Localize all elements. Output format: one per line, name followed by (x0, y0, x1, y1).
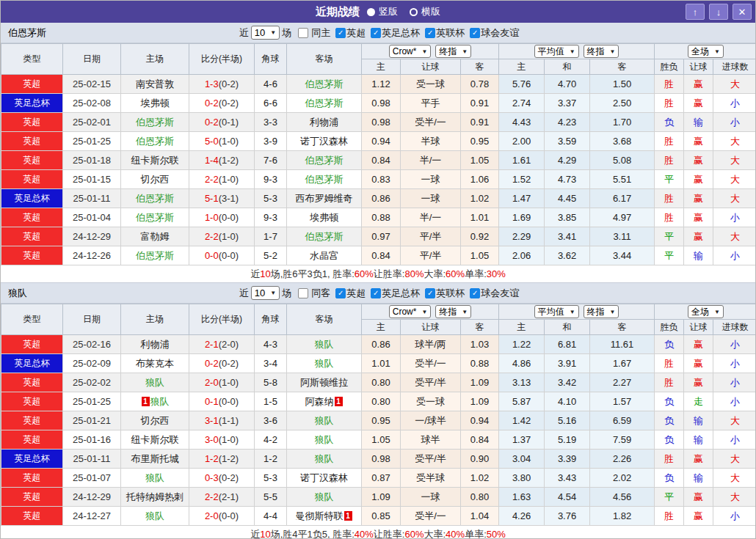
match-date: 25-02-15 (63, 75, 121, 94)
up-button[interactable]: ↑ (686, 4, 705, 20)
home-team-name: 利物浦 (141, 339, 170, 350)
result-group-header: 全场▼ (655, 44, 756, 59)
halftime-score: (0-0) (219, 250, 239, 261)
score-cell: 0-2(0-2) (189, 354, 255, 373)
result-handicap: 赢 (684, 94, 713, 113)
score-cell: 2-0(0-0) (189, 507, 255, 526)
odds-source-select[interactable]: Crow*▼ (389, 45, 432, 58)
scope-select[interactable]: 全场▼ (688, 45, 724, 58)
league-checkbox[interactable]: ✓ (371, 288, 381, 298)
radio-unselected-icon (410, 8, 418, 16)
avg-time-select[interactable]: 终指▼ (584, 45, 619, 58)
match-row: 英超25-02-01伯恩茅斯0-2(0-1)3-3利物浦0.98受半/一0.91… (1, 113, 756, 132)
home-team-cell: 埃弗顿 (121, 94, 189, 113)
result-goals: 大 (713, 170, 756, 189)
league-checkbox[interactable]: ✓ (335, 288, 346, 298)
chevron-down-icon: ▼ (421, 48, 427, 55)
chevron-down-icon: ▼ (421, 309, 427, 315)
summary-text: 30% (487, 268, 506, 279)
up-icon: ↑ (693, 7, 698, 17)
odds-time-select[interactable]: 终指▼ (435, 305, 471, 318)
league-filter-item: ✓英联杯 (425, 287, 465, 300)
away-team-name: 狼队 (315, 453, 334, 464)
radio-selected-icon (367, 8, 375, 16)
avg-home: 1.22 (499, 335, 545, 354)
chevron-down-icon: ▼ (714, 309, 720, 315)
match-count-select[interactable]: 10 ▼ (251, 26, 280, 40)
down-button[interactable]: ↓ (709, 4, 728, 20)
result-outcome: 负 (655, 430, 684, 450)
away-team-cell: 诺丁汉森林 (287, 469, 362, 488)
halftime-score: (0-1) (219, 117, 239, 128)
league-checkbox[interactable]: ✓ (425, 28, 435, 38)
result-goals: 大 (713, 132, 756, 151)
league-label: 英足总杯 (382, 287, 420, 300)
avg-time-select[interactable]: 终指▼ (584, 305, 619, 318)
result-outcome: 负 (655, 469, 684, 488)
col-corner: 角球 (255, 44, 287, 75)
odds-time-select[interactable]: 终指▼ (435, 45, 471, 58)
league-filter-item: ✓球会友谊 (470, 26, 519, 40)
match-row: 英足总杯25-02-09布莱克本0-2(0-2)3-4狼队1.01受半/一0.8… (1, 354, 756, 373)
odds-away: 0.91 (461, 94, 499, 113)
avg-away: 1.50 (590, 75, 655, 94)
odds-home: 0.84 (362, 151, 401, 170)
corner-score: 5-3 (255, 189, 287, 208)
col-res-goals: 进球数 (713, 59, 756, 75)
radio-horizontal[interactable]: 横版 (410, 5, 440, 18)
league-checkbox[interactable]: ✓ (335, 28, 346, 38)
match-date: 25-01-07 (63, 469, 121, 488)
same-venue-checkbox[interactable] (298, 28, 308, 38)
odds-handicap: 半/一 (401, 208, 461, 227)
window-title: 近期战绩 (316, 5, 360, 19)
avg-away: 2.50 (590, 94, 655, 113)
same-venue-checkbox[interactable] (298, 288, 308, 298)
league-checkbox[interactable]: ✓ (470, 288, 480, 298)
corner-score: 4-3 (255, 335, 287, 354)
halftime-score: (1-0) (219, 174, 239, 185)
away-team-name: 埃弗顿 (310, 212, 338, 223)
home-team-cell: 1狼队 (121, 392, 189, 411)
league-checkbox[interactable]: ✓ (425, 288, 435, 298)
avg-home: 4.86 (499, 354, 545, 373)
result-goals: 大 (713, 227, 756, 246)
close-button[interactable]: ✕ (733, 4, 752, 20)
result-goals: 小 (713, 94, 756, 113)
scope-select[interactable]: 全场▼ (688, 305, 724, 318)
match-count-select[interactable]: 10 ▼ (251, 286, 280, 300)
avg-home: 2.06 (499, 246, 545, 265)
summary-text: 单率: (465, 268, 487, 281)
odds-away: 0.92 (461, 227, 499, 246)
corner-score: 3-6 (255, 411, 287, 430)
fulltime-score: 0-3 (205, 472, 219, 483)
home-team-cell: 伯恩茅斯 (121, 246, 189, 265)
fulltime-score: 2-0 (205, 510, 219, 521)
summary-text: 让胜率: (374, 528, 405, 539)
corner-score: 5-5 (255, 488, 287, 507)
avg-source-select[interactable]: 平均值▼ (534, 45, 579, 58)
radio-vertical-label: 竖版 (379, 5, 398, 18)
score-cell: 1-3(0-2) (189, 75, 255, 94)
result-handicap: 赢 (684, 170, 713, 189)
team-name: 狼队 (8, 287, 27, 300)
match-row: 英超25-02-02狼队2-0(1-0)5-8阿斯顿维拉0.80受平/半1.09… (1, 373, 756, 392)
check-icon: ✓ (472, 29, 478, 37)
match-count-value: 10 (255, 27, 265, 38)
score-cell: 1-2(1-2) (189, 450, 255, 469)
away-team-cell: 西布罗姆维奇 (287, 189, 362, 208)
odds-handicap: 一球 (401, 488, 461, 507)
league-checkbox[interactable]: ✓ (470, 28, 480, 38)
fulltime-score: 5-1 (205, 193, 219, 204)
odds-source-select[interactable]: Crow*▼ (389, 305, 432, 318)
result-handicap: 输 (684, 411, 713, 430)
league-checkbox[interactable]: ✓ (371, 28, 381, 38)
score-cell: 0-3(0-2) (189, 469, 255, 488)
league-label: 英超 (346, 26, 366, 40)
near-label: 近 (239, 26, 249, 40)
avg-source-select[interactable]: 平均值▼ (534, 305, 579, 318)
league-label: 球会友谊 (481, 287, 519, 300)
unit-label: 场 (282, 287, 291, 300)
radio-vertical[interactable]: 竖版 (367, 5, 398, 18)
score-cell: 3-1(1-1) (189, 411, 255, 430)
chevron-down-icon: ▼ (570, 309, 575, 315)
